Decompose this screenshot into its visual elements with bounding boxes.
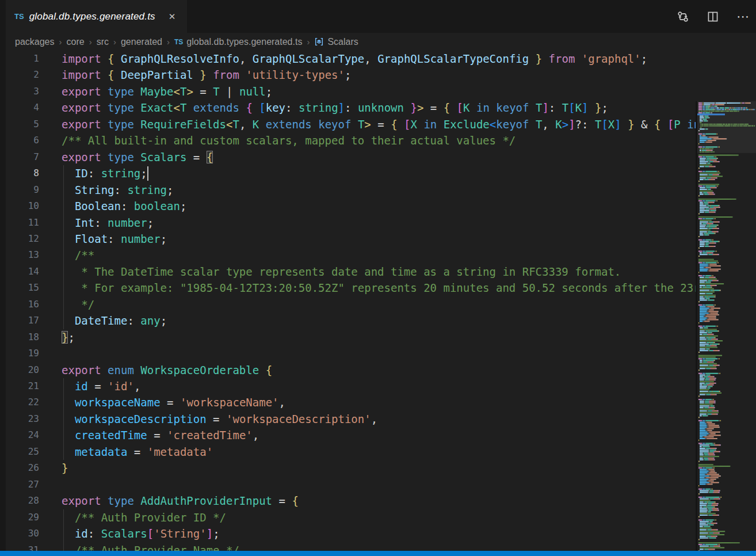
token: boolean: [134, 200, 180, 212]
breadcrumb-item-src[interactable]: src: [97, 37, 109, 47]
code-area[interactable]: import { GraphQLResolveInfo, GraphQLScal…: [6, 51, 696, 551]
token: [62, 233, 75, 245]
token: [417, 118, 423, 131]
token: [186, 101, 193, 114]
code-line: /** Auth Provider Name */: [62, 542, 239, 551]
token: String: [75, 184, 114, 196]
token: ,: [253, 429, 259, 441]
token: ;: [161, 233, 167, 245]
token: <: [490, 118, 496, 131]
token: [: [259, 101, 265, 114]
token: id: [75, 527, 88, 540]
token: [351, 118, 357, 131]
token: =: [423, 101, 443, 114]
token: ]: [542, 101, 548, 114]
token: number: [121, 233, 161, 245]
breadcrumb-item-generated[interactable]: generated: [121, 37, 162, 47]
token: X: [410, 118, 417, 131]
token: [: [667, 118, 674, 131]
token: T: [536, 118, 542, 131]
code-line: }: [62, 460, 68, 476]
split-editor-icon[interactable]: [707, 10, 719, 23]
code-editor[interactable]: 1234567891011121314151617181920212223242…: [6, 51, 756, 551]
token: ;: [68, 331, 74, 344]
token: Maybe: [140, 85, 173, 98]
token: [62, 429, 75, 441]
token: {: [654, 118, 667, 131]
token: [529, 118, 535, 131]
token: T: [595, 118, 601, 131]
code-line: createdTime = 'createdTime',: [62, 427, 259, 443]
tab-global-db-types-generated-ts[interactable]: TS global.db.types.generated.ts ✕: [6, 0, 187, 33]
token: in: [423, 118, 437, 131]
token: [62, 200, 75, 212]
token: from: [549, 52, 582, 65]
token: [62, 314, 75, 327]
breadcrumb-item-scalars[interactable]: Scalars: [314, 37, 358, 47]
typescript-file-icon: TS: [14, 12, 24, 21]
token: :: [88, 167, 101, 180]
token: [312, 118, 318, 131]
token: keyof: [496, 118, 529, 131]
token: =: [147, 429, 167, 441]
token: :: [549, 101, 562, 114]
token: ]: [568, 118, 575, 131]
token: type: [108, 151, 140, 163]
token: =: [161, 396, 180, 409]
token: :: [127, 314, 140, 327]
code-line: */: [62, 296, 94, 313]
token: }: [628, 118, 634, 131]
tab-bar: TS global.db.types.generated.ts ✕: [6, 0, 756, 33]
token: T: [180, 85, 186, 98]
token: ,: [134, 380, 140, 393]
token: createdTime: [75, 429, 147, 441]
open-changes-icon[interactable]: [677, 10, 689, 23]
breadcrumb-item-core[interactable]: core: [67, 37, 85, 47]
more-actions-icon[interactable]: ⋯: [736, 14, 750, 20]
token: [529, 52, 535, 65]
token: number: [108, 216, 147, 229]
token: */: [62, 298, 94, 311]
code-line: export type Scalars = {: [62, 149, 213, 165]
token: {: [292, 494, 298, 507]
token: {: [391, 118, 404, 131]
token: Exclude: [444, 118, 490, 131]
token: }: [410, 101, 417, 114]
token: type: [108, 494, 140, 507]
code-line: /** All built-in and custom scalars, map…: [62, 132, 516, 148]
minimap[interactable]: [697, 101, 756, 556]
breadcrumb-item-global-db-types-generated-ts[interactable]: TSglobal.db.types.generated.ts: [174, 37, 302, 47]
token: /** Auth Provider ID */: [62, 511, 226, 524]
token: =: [88, 380, 108, 393]
token: :: [345, 101, 358, 114]
token: =: [127, 445, 147, 458]
status-bar[interactable]: [0, 551, 756, 556]
breadcrumb-item-packages[interactable]: packages: [15, 37, 55, 47]
token: ,: [239, 118, 253, 131]
token: >: [562, 118, 568, 131]
token: :: [108, 233, 121, 245]
token: export: [62, 118, 108, 131]
code-line: import { DeepPartial } from 'utility-typ…: [62, 67, 351, 83]
token: ,: [542, 118, 555, 131]
token: [621, 118, 628, 131]
token: &: [635, 118, 654, 131]
token: ]: [207, 527, 213, 540]
token: [259, 118, 265, 131]
code-line: /** Auth Provider ID */: [62, 509, 226, 525]
token: DateTime: [75, 314, 128, 327]
code-line: * For example: "1985-04-12T23:20:50.52Z"…: [62, 280, 696, 296]
breadcrumb-label: packages: [15, 37, 55, 47]
breadcrumb-label: Scalars: [327, 37, 358, 47]
token: ,: [371, 413, 377, 425]
token: ID: [75, 167, 88, 180]
token: /** All built-in and custom scalars, map…: [62, 134, 516, 147]
token: [62, 413, 75, 425]
token: string: [299, 101, 338, 114]
token: [: [147, 527, 154, 540]
token: }: [62, 331, 68, 344]
token: >: [417, 101, 423, 114]
close-icon[interactable]: ✕: [166, 10, 178, 23]
token: K: [253, 118, 259, 131]
token: 'workspaceDescription': [226, 413, 371, 425]
